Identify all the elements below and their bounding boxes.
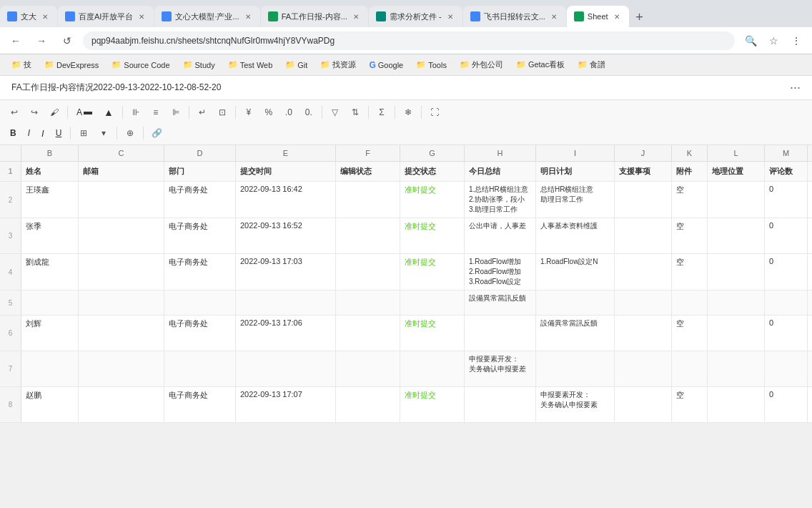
- col-header-c[interactable]: C: [79, 145, 164, 161]
- cell-8-b[interactable]: 赵鹏: [21, 387, 79, 422]
- bookmark-tools[interactable]: 📁 Tools: [410, 58, 452, 72]
- bookmark-tech[interactable]: 📁 技: [6, 57, 37, 72]
- tab-close-4[interactable]: ✕: [351, 11, 361, 21]
- cell-5-g[interactable]: [400, 290, 465, 315]
- new-tab-button[interactable]: +: [630, 7, 650, 27]
- col-header-b[interactable]: B: [21, 145, 79, 161]
- font-color-button[interactable]: A: [72, 104, 96, 121]
- cell-7-m[interactable]: [765, 351, 808, 386]
- cell-2-i[interactable]: 总结HR横组注意助理日常工作: [536, 182, 615, 218]
- wrap-text-button[interactable]: ↵: [194, 104, 211, 121]
- cell-7-e[interactable]: [236, 351, 336, 386]
- currency-button[interactable]: ¥: [240, 104, 257, 121]
- link-button[interactable]: 🔗: [148, 124, 165, 142]
- cell-6-e[interactable]: 2022-09-13 17:06: [236, 316, 336, 351]
- decimal-inc-button[interactable]: .0: [280, 104, 297, 121]
- cell-2-f[interactable]: [336, 182, 400, 218]
- sort-button[interactable]: ⇅: [347, 104, 364, 121]
- cell-8-j[interactable]: [615, 387, 672, 422]
- cell-3-h[interactable]: 公出申请，人事差: [465, 218, 536, 253]
- filter-button[interactable]: ▽: [327, 104, 344, 121]
- cell-3-f[interactable]: [336, 218, 400, 253]
- bookmark-recipe[interactable]: 📁 食譜: [572, 57, 611, 72]
- bookmark-testweb[interactable]: 📁 Test Web: [222, 58, 279, 72]
- cell-7-j[interactable]: [615, 351, 672, 386]
- cell-8-h[interactable]: [465, 387, 536, 422]
- cell-6-c[interactable]: [79, 316, 164, 351]
- cell-3-i[interactable]: 人事基本资料维護: [536, 218, 615, 253]
- cell-7-h[interactable]: 申报要素开发：关务确认申报要差: [465, 351, 536, 386]
- col-header-h[interactable]: H: [465, 145, 536, 161]
- paint-format-button[interactable]: 🖌: [46, 104, 63, 121]
- tab-close-5[interactable]: ✕: [445, 11, 455, 21]
- border-button[interactable]: ⊞: [75, 124, 92, 142]
- percent-button[interactable]: %: [260, 104, 277, 121]
- header-cell-h[interactable]: 今日总结: [465, 162, 536, 181]
- cell-5-l[interactable]: [708, 290, 765, 315]
- address-input[interactable]: [83, 31, 735, 50]
- cell-8-c[interactable]: [79, 387, 164, 422]
- tab-7[interactable]: Sheet ✕: [567, 6, 629, 27]
- bookmark-resources[interactable]: 📁 找资源: [315, 57, 362, 72]
- cell-3-g[interactable]: 准时提交: [400, 218, 465, 253]
- tab-2[interactable]: 百度AI开放平台 ✕: [58, 6, 154, 27]
- cell-2-m[interactable]: 0: [765, 182, 808, 218]
- redo-button[interactable]: ↪: [26, 104, 43, 121]
- bookmark-devexpress[interactable]: 📁 DevExpress: [39, 58, 104, 72]
- header-cell-b[interactable]: 姓名: [21, 162, 79, 181]
- cell-4-i[interactable]: 1.RoadFlow設定N: [536, 254, 615, 290]
- cell-6-b[interactable]: 刘辉: [21, 316, 79, 351]
- col-header-g[interactable]: G: [400, 145, 465, 161]
- italic-button-2[interactable]: I: [37, 124, 49, 142]
- header-cell-e[interactable]: 提交时间: [236, 162, 336, 181]
- cell-7-d[interactable]: [164, 351, 236, 386]
- search-icon[interactable]: 🔍: [741, 31, 761, 51]
- cell-8-m[interactable]: 0: [765, 387, 808, 422]
- cell-7-b[interactable]: [21, 351, 79, 386]
- cell-3-m[interactable]: 0: [765, 218, 808, 253]
- cell-6-m[interactable]: 0: [765, 316, 808, 351]
- more-options-button[interactable]: ···: [790, 80, 801, 95]
- cell-2-l[interactable]: [708, 182, 765, 218]
- cell-6-g[interactable]: 准时提交: [400, 316, 465, 351]
- cell-5-f[interactable]: [336, 290, 400, 315]
- tab-1[interactable]: 文大 ✕: [0, 6, 57, 27]
- cell-8-i[interactable]: 申报要素开发：关务确认申报要素: [536, 387, 615, 422]
- bookmark-icon[interactable]: ☆: [763, 31, 783, 51]
- cell-4-e[interactable]: 2022-09-13 17:03: [236, 254, 336, 290]
- undo-button[interactable]: ↩: [6, 104, 23, 121]
- cell-5-k[interactable]: [672, 290, 708, 315]
- bookmark-outsource[interactable]: 📁 外包公司: [454, 57, 509, 72]
- cell-2-b[interactable]: 王瑛鑫: [21, 182, 79, 218]
- cell-4-d[interactable]: 电子商务处: [164, 254, 236, 290]
- sum-button[interactable]: Σ: [373, 104, 390, 121]
- col-header-f[interactable]: F: [336, 145, 400, 161]
- col-header-i[interactable]: I: [536, 145, 615, 161]
- cell-4-c[interactable]: [79, 254, 164, 290]
- cell-6-k[interactable]: 空: [672, 316, 708, 351]
- cell-3-l[interactable]: [708, 218, 765, 253]
- cell-8-k[interactable]: 空: [672, 387, 708, 422]
- cell-6-j[interactable]: [615, 316, 672, 351]
- tab-close-6[interactable]: ✕: [549, 11, 559, 21]
- col-header-k[interactable]: K: [672, 145, 708, 161]
- cell-3-j[interactable]: [615, 218, 672, 253]
- cell-2-c[interactable]: [79, 182, 164, 218]
- cell-6-f[interactable]: [336, 316, 400, 351]
- cell-4-g[interactable]: 准时提交: [400, 254, 465, 290]
- header-cell-g[interactable]: 提交状态: [400, 162, 465, 181]
- bookmark-study[interactable]: 📁 Study: [177, 58, 221, 72]
- cell-7-c[interactable]: [79, 351, 164, 386]
- col-header-e[interactable]: E: [236, 145, 336, 161]
- cell-6-l[interactable]: [708, 316, 765, 351]
- cell-2-h[interactable]: 1.总结HR横组注意2.协助张季，段小3.助理日常工作: [465, 182, 536, 218]
- bold-button[interactable]: B: [6, 124, 21, 142]
- header-cell-l[interactable]: 地理位置: [708, 162, 765, 181]
- cell-3-b[interactable]: 张季: [21, 218, 79, 253]
- cell-3-k[interactable]: 空: [672, 218, 708, 253]
- col-header-d[interactable]: D: [164, 145, 236, 161]
- header-cell-m[interactable]: 评论数: [765, 162, 808, 181]
- cell-8-d[interactable]: 电子商务处: [164, 387, 236, 422]
- cell-5-h[interactable]: 設備異常當訊反饋: [465, 290, 536, 315]
- cell-2-k[interactable]: 空: [672, 182, 708, 218]
